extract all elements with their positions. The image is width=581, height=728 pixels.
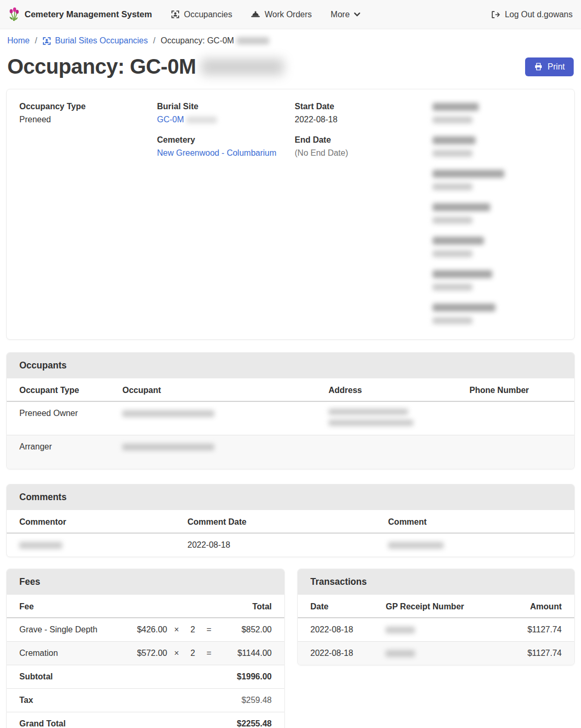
column-header: Comment	[388, 517, 562, 527]
nav-item-label: Work Orders	[264, 10, 311, 19]
redacted-label	[433, 304, 495, 311]
field-value: Preneed	[19, 115, 149, 124]
table-row: Grave - Single Depth $426.00 × 2 = $852.…	[7, 618, 284, 642]
occupant-cell	[122, 409, 328, 418]
transaction-date-cell: 2022-08-18	[310, 625, 386, 634]
print-button[interactable]: Print	[525, 57, 574, 76]
redacted-field	[433, 236, 562, 258]
breadcrumb-home-link[interactable]: Home	[7, 36, 30, 45]
transactions-card: Transactions Date GP Receipt Number Amou…	[297, 569, 575, 665]
table-row: Cremation $572.00 × 2 = $1144.00	[7, 642, 284, 665]
logout-button[interactable]: Log Out d.gowans	[491, 10, 573, 19]
table-row: Arranger	[7, 435, 574, 469]
column-header: Phone Number	[470, 386, 562, 395]
printer-icon	[534, 62, 543, 71]
tulip-logo-icon	[8, 7, 20, 21]
details-col-4-redacted	[433, 102, 562, 336]
column-header: Comment Date	[188, 517, 388, 527]
field-occupancy-type: Occupancy Type Preneed	[19, 102, 149, 124]
burial-site-link[interactable]: GC-0M	[157, 115, 184, 124]
details-col-1: Occupancy Type Preneed	[19, 102, 149, 336]
page-header: Occupancy: GC-0M Print	[0, 51, 581, 89]
end-date-value: (No End Date)	[295, 148, 424, 158]
fee-total-cell: $1144.00	[218, 649, 272, 658]
redacted-label	[433, 103, 479, 111]
fee-price-cell: $426.00	[121, 625, 167, 634]
breadcrumb: Home / Burial Sites Occupancies / Occupa…	[0, 29, 581, 51]
fees-section-title: Fees	[7, 569, 284, 595]
fee-qty-cell: 2	[186, 649, 200, 658]
details-col-2: Burial Site GC-0M Cemetery New Greenwood…	[157, 102, 287, 336]
redacted-label	[433, 136, 475, 144]
tax-label: Tax	[19, 696, 241, 705]
comment-date-cell: 2022-08-18	[188, 540, 388, 550]
table-row: 2022-08-18 $1127.74	[298, 642, 574, 665]
occupancies-icon	[171, 10, 180, 19]
app-brand: Cemetery Management System	[8, 7, 152, 21]
field-label: End Date	[295, 135, 424, 145]
chevron-down-icon	[354, 12, 361, 17]
field-label: Burial Site	[157, 102, 287, 111]
transaction-amount-cell: $1127.74	[499, 649, 562, 658]
commentor-cell	[19, 540, 188, 550]
occupant-type-cell: Preneed Owner	[19, 409, 122, 418]
column-header: Date	[310, 602, 386, 611]
column-header: Occupant	[122, 386, 328, 395]
column-header: Commentor	[19, 517, 188, 527]
column-header: Fee	[19, 602, 218, 611]
transaction-amount-cell: $1127.74	[499, 625, 562, 634]
occupants-card: Occupants Occupant Type Occupant Address…	[6, 352, 575, 469]
logout-icon	[491, 10, 500, 19]
cemetery-link[interactable]: New Greenwood - Columbarium	[157, 148, 277, 157]
grand-total-value: $2255.48	[237, 719, 272, 728]
bottom-row: Fees Fee Total Grave - Single Depth $426…	[6, 569, 575, 728]
field-end-date: End Date (No End Date)	[295, 135, 424, 158]
fee-total-cell: $852.00	[218, 625, 272, 634]
comment-cell	[388, 540, 562, 550]
grand-total-label: Grand Total	[19, 719, 237, 728]
fees-table-header: Fee Total	[7, 595, 284, 618]
occupant-cell	[122, 442, 328, 452]
redacted-text	[329, 420, 413, 426]
logout-label: Log Out d.gowans	[505, 10, 573, 19]
redacted-value	[433, 150, 472, 157]
page-title: Occupancy: GC-0M	[7, 55, 284, 78]
redacted-text	[237, 37, 269, 44]
redacted-field	[433, 102, 562, 124]
redacted-value	[433, 284, 472, 291]
page-title-text: Occupancy: GC-0M	[7, 55, 196, 78]
breadcrumb-occupancies-link[interactable]: Burial Sites Occupancies	[42, 36, 148, 45]
redacted-field	[433, 169, 562, 191]
redacted-text	[122, 410, 214, 417]
nav-item-more[interactable]: More	[331, 10, 361, 19]
nav-item-occupancies[interactable]: Occupancies	[171, 10, 233, 19]
subtotal-value: $1996.00	[237, 672, 272, 681]
equals-sign: =	[200, 625, 218, 634]
fee-qty-cell: 2	[186, 625, 200, 634]
column-header: GP Receipt Number	[386, 602, 498, 611]
occupancies-icon	[42, 37, 51, 45]
redacted-value	[433, 250, 472, 257]
fee-name-cell: Grave - Single Depth	[19, 625, 121, 634]
nav-item-work-orders[interactable]: Work Orders	[251, 10, 311, 19]
redacted-text	[386, 627, 415, 633]
field-label: Cemetery	[157, 135, 287, 145]
redacted-text	[388, 542, 444, 549]
field-cemetery: Cemetery New Greenwood - Columbarium	[157, 135, 287, 158]
redacted-field	[433, 202, 562, 225]
app-title: Cemetery Management System	[25, 9, 152, 19]
comments-table-header: Commentor Comment Date Comment	[7, 510, 574, 534]
equals-sign: =	[200, 649, 218, 658]
column-header: Occupant Type	[19, 386, 122, 395]
tax-row: Tax $259.48	[7, 689, 284, 712]
occupants-table-header: Occupant Type Occupant Address Phone Num…	[7, 378, 574, 402]
fees-card: Fees Fee Total Grave - Single Depth $426…	[6, 569, 285, 728]
redacted-value	[433, 117, 472, 123]
nav-item-label: Occupancies	[184, 10, 233, 19]
comments-card: Comments Commentor Comment Date Comment …	[6, 484, 575, 557]
transactions-table-header: Date GP Receipt Number Amount	[298, 595, 574, 618]
multiply-sign: ×	[167, 649, 186, 658]
table-row: Preneed Owner	[7, 402, 574, 435]
redacted-field	[433, 269, 562, 292]
transactions-section-title: Transactions	[298, 569, 574, 595]
